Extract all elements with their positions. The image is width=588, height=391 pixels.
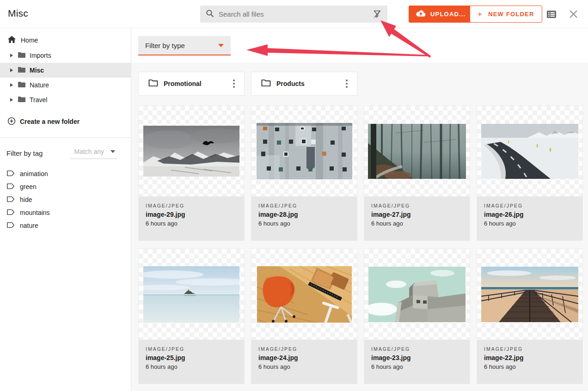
file-card-image-22[interactable]: IMAGE/JPEG image-22.jpg 6 hours ago (477, 249, 583, 384)
file-card-image-28[interactable]: IMAGE/JPEG image-28.jpg 6 hours ago (251, 105, 357, 241)
plus-icon: + (478, 10, 483, 19)
file-name-label: image-22.jpg (484, 354, 576, 361)
file-name-label: image-27.jpg (371, 211, 463, 218)
tag-icon (7, 170, 15, 178)
create-new-folder-button[interactable]: Create a new folder (0, 114, 131, 129)
sidebar-item-misc[interactable]: Misc (0, 63, 131, 78)
file-thumbnail-foggy-forest-trail (364, 106, 470, 196)
file-modified-label: 6 hours ago (146, 363, 237, 370)
page-title: Misc (8, 8, 28, 19)
search-bar[interactable] (200, 6, 387, 23)
file-type-label: IMAGE/JPEG (146, 203, 237, 208)
file-name-label: image-28.jpg (258, 211, 350, 218)
filter-strip: Filter by type (131, 28, 588, 62)
file-info: IMAGE/JPEG image-25.jpg 6 hours ago (139, 340, 244, 384)
file-card-image-29[interactable]: IMAGE/JPEG image-29.jpg 6 hours ago (138, 105, 245, 241)
chevron-right-icon[interactable] (10, 83, 13, 87)
chevron-down-icon (110, 150, 115, 153)
new-folder-button[interactable]: + NEW FOLDER (470, 6, 542, 23)
folder-icon (18, 81, 26, 89)
folder-menu-kebab-icon[interactable] (343, 77, 350, 91)
chevron-right-icon[interactable] (10, 54, 13, 57)
tag-item-nature[interactable]: nature (0, 219, 131, 232)
file-name-label: image-26.jpg (484, 211, 576, 218)
list-view-toggle-icon[interactable] (545, 8, 557, 20)
upload-button[interactable]: UPLOAD... (409, 6, 473, 23)
file-modified-label: 6 hours ago (371, 363, 463, 370)
tag-list: animation green hide mountains (0, 167, 131, 232)
folder-outline-icon (261, 79, 271, 89)
file-type-label: IMAGE/JPEG (146, 346, 237, 352)
file-card-image-23[interactable]: IMAGE/JPEG image-23.jpg 6 hours ago (364, 249, 470, 384)
folder-outline-icon (148, 79, 158, 89)
chevron-right-icon[interactable] (10, 68, 13, 72)
match-mode-select[interactable]: Match any (70, 147, 117, 159)
file-info: IMAGE/JPEG image-27.jpg 6 hours ago (364, 196, 470, 240)
file-info: IMAGE/JPEG image-28.jpg 6 hours ago (251, 196, 357, 240)
tag-icon (7, 208, 15, 217)
sidebar-item-travel[interactable]: Travel (0, 92, 131, 107)
file-type-label: IMAGE/JPEG (484, 203, 576, 208)
file-type-label: IMAGE/JPEG (371, 346, 463, 352)
file-thumbnail-snowy-mountain-with-bird (139, 106, 244, 196)
sidebar-item-imports[interactable]: Imports (0, 48, 131, 63)
file-card-image-26[interactable]: IMAGE/JPEG image-26.jpg 6 hours ago (477, 105, 583, 241)
file-info: IMAGE/JPEG image-26.jpg 6 hours ago (477, 196, 582, 240)
tag-item-animation[interactable]: animation (0, 167, 131, 180)
file-info: IMAGE/JPEG image-22.jpg 6 hours ago (477, 340, 582, 384)
filter-by-tag-label: Filter by tag (6, 149, 43, 157)
file-modified-label: 6 hours ago (258, 220, 350, 227)
file-type-label: IMAGE/JPEG (371, 203, 463, 208)
file-thumbnail-snowy-road (477, 106, 582, 196)
filter-by-type-dropdown[interactable]: Filter by type (138, 36, 231, 55)
file-modified-label: 6 hours ago (484, 363, 576, 370)
tag-item-hide[interactable]: hide (0, 193, 131, 206)
circle-plus-icon (7, 117, 16, 127)
folder-card-products[interactable]: Products (251, 72, 357, 96)
tag-icon (7, 196, 15, 204)
folder-icon (18, 66, 26, 74)
file-name-label: image-24.jpg (258, 354, 350, 361)
file-name-label: image-29.jpg (146, 211, 237, 218)
close-icon[interactable] (568, 8, 579, 20)
tag-icon (7, 183, 15, 191)
clear-filter-icon[interactable] (373, 10, 382, 18)
tag-item-mountains[interactable]: mountains (0, 206, 131, 219)
sidebar: Home Imports Misc Nature (0, 28, 131, 391)
file-name-label: image-25.jpg (146, 354, 237, 361)
file-type-label: IMAGE/JPEG (258, 203, 350, 208)
main-content: Filter by type Promotional Pro (131, 28, 588, 391)
sidebar-item-home[interactable]: Home (0, 32, 131, 48)
file-thumbnail-beach-boardwalk (477, 249, 582, 340)
folder-icon (18, 51, 26, 60)
file-thumbnail-weathered-building-facade (251, 106, 357, 196)
file-card-image-25[interactable]: IMAGE/JPEG image-25.jpg 6 hours ago (138, 249, 245, 384)
file-info: IMAGE/JPEG image-23.jpg 6 hours ago (364, 340, 470, 384)
file-thumbnail-sea-with-island (139, 249, 244, 340)
file-type-label: IMAGE/JPEG (258, 346, 350, 352)
tag-item-green[interactable]: green (0, 180, 131, 193)
file-info: IMAGE/JPEG image-24.jpg 6 hours ago (251, 340, 357, 384)
sidebar-item-nature[interactable]: Nature (0, 78, 131, 92)
folder-menu-kebab-icon[interactable] (230, 77, 238, 91)
file-modified-label: 6 hours ago (371, 220, 463, 227)
search-icon (206, 9, 214, 19)
folder-card-promotional[interactable]: Promotional (138, 72, 245, 96)
file-thumbnail-orange-chair-desk (251, 249, 357, 340)
file-info: IMAGE/JPEG image-29.jpg 6 hours ago (139, 196, 244, 240)
folder-icon (18, 96, 26, 104)
filter-by-tag-header: Filter by tag Match any (0, 138, 131, 162)
home-icon (7, 36, 16, 45)
file-type-label: IMAGE/JPEG (484, 346, 576, 352)
search-input[interactable] (219, 10, 373, 18)
chevron-down-icon (218, 44, 224, 47)
chevron-right-icon[interactable] (10, 98, 13, 102)
file-card-image-24[interactable]: IMAGE/JPEG image-24.jpg 6 hours ago (251, 249, 357, 384)
tag-icon (7, 221, 15, 230)
file-name-label: image-23.jpg (371, 354, 463, 361)
file-modified-label: 6 hours ago (146, 220, 237, 227)
folders-row: Promotional Products (138, 72, 583, 96)
browser-content: Promotional Products (138, 62, 583, 384)
file-card-image-27[interactable]: IMAGE/JPEG image-27.jpg 6 hours ago (364, 105, 470, 241)
file-manager-app: Misc UPLOAD... + (0, 0, 588, 391)
